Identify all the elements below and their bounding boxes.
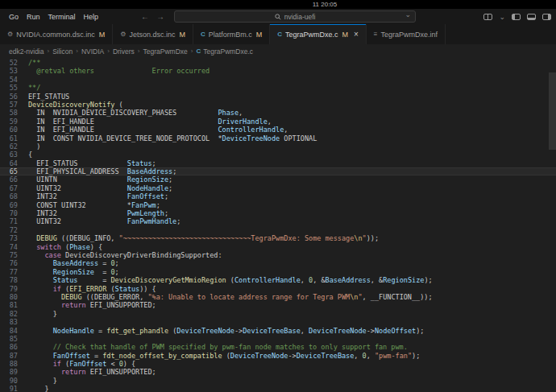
file-type-c-icon: C [196, 48, 201, 55]
breadcrumb-item-nvidia[interactable]: NVIDIA [81, 47, 104, 56]
menu-terminal[interactable]: Terminal [44, 12, 80, 22]
command-center-search[interactable]: nvidia-uefi ⌄ [174, 10, 416, 23]
toggle-primary-sidebar-icon[interactable] [512, 14, 521, 20]
code-line[interactable]: 79 if (EFI_ERROR (Status)) { [0, 285, 556, 293]
line-number: 81 [0, 301, 18, 309]
code-line[interactable]: 60 IN EFI_HANDLE ControllerHandle, [0, 126, 556, 134]
editor-layout-chevron-down-icon[interactable]: ⌄ [499, 13, 505, 21]
code-line[interactable]: 89 return EFI_UNSUPPORTED; [0, 368, 556, 376]
line-number: 52 [0, 59, 18, 67]
line-number: 77 [0, 268, 18, 276]
menu-help[interactable]: Help [80, 12, 103, 22]
line-number: 87 [0, 352, 18, 360]
back-arrow-icon[interactable]: ← [141, 12, 149, 21]
tab-tegrapwmdxe-c[interactable]: C TegraPwmDxe.c M × [270, 24, 367, 44]
tab-platformbm-c[interactable]: C PlatformBm.c M [193, 24, 270, 44]
code-line[interactable]: 54 [0, 76, 556, 84]
code-line[interactable]: 64 EFI_STATUS Status; [0, 159, 556, 167]
code-line[interactable]: 76 BaseAddress = 0; [0, 259, 556, 267]
code-line[interactable]: 77 RegionSize = 0; [0, 268, 556, 276]
code-line[interactable]: 86 // Check that handle of PWM specified… [0, 343, 556, 351]
line-number: 84 [0, 327, 18, 335]
code-line[interactable]: 81 return EFI_UNSUPPORTED; [0, 301, 556, 309]
close-tab-icon[interactable]: × [354, 31, 359, 39]
tab-label: TegraPwmDxe.inf [381, 31, 438, 39]
code-line[interactable]: 90 } [0, 377, 556, 385]
code-line-text: **/ [28, 84, 40, 92]
code-line[interactable]: 88 if (FanOffset < 0) { [0, 360, 556, 368]
forward-arrow-icon[interactable]: → [156, 12, 164, 21]
breadcrumb-separator: › [47, 47, 49, 55]
code-line[interactable]: 78 Status = DeviceDiscoveryGetMmioRegion… [0, 276, 556, 284]
line-number: 73 [0, 234, 18, 242]
code-line[interactable]: 70 INT32 PwmLength; [0, 209, 556, 217]
breadcrumb-separator: › [138, 47, 140, 55]
code-line[interactable]: 73 DEBUG ((DEBUG_INFO, "~~~~~~~~~~~~~~~~… [0, 234, 556, 242]
breadcrumb-item-drivers[interactable]: Drivers [113, 47, 135, 56]
search-chevron-down-icon[interactable]: ⌄ [405, 10, 412, 19]
code-line[interactable]: 63{ [0, 151, 556, 159]
code-line[interactable]: 53 @retval others Error occurred [0, 67, 556, 75]
code-line[interactable]: 84 NodeHandle = fdt_get_phandle (DeviceT… [0, 327, 556, 335]
code-line[interactable]: 85 [0, 335, 556, 343]
code-line[interactable]: 82 } [0, 310, 556, 318]
code-line[interactable]: 75 case DeviceDiscoveryDriverBindingSupp… [0, 251, 556, 259]
code-line[interactable]: 67 UINT32 NodeHandle; [0, 184, 556, 192]
code-line[interactable]: 59 IN EFI_HANDLE DriverHandle, [0, 118, 556, 126]
file-type-c-icon: C [277, 31, 282, 38]
line-number: 80 [0, 293, 18, 301]
code-line[interactable]: 52/** [0, 59, 556, 67]
code-line[interactable]: 72 [0, 226, 556, 234]
file-type-c-icon: C [201, 31, 205, 38]
editor-scrollbar[interactable] [549, 72, 556, 150]
code-line[interactable]: 91 } [0, 385, 556, 392]
line-number: 55 [0, 84, 18, 92]
code-line[interactable]: 55**/ [0, 84, 556, 92]
git-modified-badge: M [342, 31, 349, 39]
code-line-text: UINTN RegionSize; [28, 175, 172, 184]
code-line[interactable]: 58 IN NVIDIA_DEVICE_DISCOVERY_PHASES Pha… [0, 109, 556, 117]
code-line[interactable]: 69 CONST UINT32 *FanPwm; [0, 201, 556, 209]
code-line-text: DEBUG ((DEBUG_ERROR, "%a: Unable to loca… [28, 293, 433, 301]
tab-nvidia-common-dsc-inc[interactable]: ⚙ NVIDIA.common.dsc.inc M [0, 24, 113, 44]
breadcrumb-item-silicon[interactable]: Silicon [52, 47, 73, 56]
vscode-window: 11 20:05 Go Run Terminal Help ← → nvidia… [0, 0, 556, 392]
code-line[interactable]: 61 IN CONST NVIDIA_DEVICE_TREE_NODE_PROT… [0, 134, 556, 142]
line-number: 54 [0, 76, 18, 84]
line-number: 65 [0, 167, 18, 175]
code-editor[interactable]: 52/**53 @retval others Error occurred545… [0, 58, 556, 392]
line-number: 61 [0, 134, 18, 142]
toggle-panel-icon[interactable] [527, 14, 536, 20]
tab-jetson-dsc-inc[interactable]: ⚙ Jetson.dsc.inc M [113, 24, 193, 44]
breadcrumb-item-repo[interactable]: edk2-nvidia [9, 47, 44, 56]
code-line-text: EFI_STATUS [28, 93, 69, 101]
code-line[interactable]: 74 switch (Phase) { [0, 243, 556, 251]
code-line-text: DeviceDiscoveryNotify ( [28, 101, 123, 109]
code-line[interactable]: 87 FanOffset = fdt_node_offset_by_compat… [0, 352, 556, 360]
line-number: 76 [0, 259, 18, 267]
code-line-text: FanOffset = fdt_node_offset_by_compatibl… [28, 352, 420, 360]
code-line[interactable]: 62 ) [0, 142, 556, 151]
code-line[interactable]: 65 EFI_PHYSICAL_ADDRESS BaseAddress; [0, 167, 556, 175]
split-editor-icon[interactable] [483, 14, 492, 20]
tab-tegrapwmdxe-inf[interactable]: ≡ TegraPwmDxe.inf [367, 24, 446, 44]
file-type-inf-icon: ≡ [374, 31, 378, 38]
toggle-secondary-sidebar-icon[interactable] [542, 14, 551, 20]
code-line[interactable]: 68 INT32 FanOffset; [0, 192, 556, 200]
breadcrumb-item-tegrapwmdxe[interactable]: TegraPwmDxe [143, 47, 187, 56]
code-line[interactable]: 56EFI_STATUS [0, 93, 556, 101]
menu-go[interactable]: Go [5, 12, 23, 22]
git-modified-badge: M [256, 31, 263, 39]
menu-run[interactable]: Run [23, 12, 44, 22]
code-line[interactable]: 66 UINTN RegionSize; [0, 175, 556, 184]
code-line[interactable]: 80 DEBUG ((DEBUG_ERROR, "%a: Unable to l… [0, 293, 556, 301]
breadcrumb-item-file[interactable]: C TegraPwmDxe.c [196, 47, 253, 56]
code-line[interactable]: 83 [0, 318, 556, 326]
code-line[interactable]: 71 UINT32 FanPwmHandle; [0, 217, 556, 225]
code-line[interactable]: 57DeviceDiscoveryNotify ( [0, 101, 556, 109]
code-line-text: if (FanOffset < 0) { [28, 360, 135, 368]
line-number: 75 [0, 251, 18, 259]
code-line-text: case DeviceDiscoveryDriverBindingSupport… [28, 251, 222, 259]
line-number: 68 [0, 192, 18, 200]
file-type-inc-icon: ⚙ [7, 31, 13, 38]
